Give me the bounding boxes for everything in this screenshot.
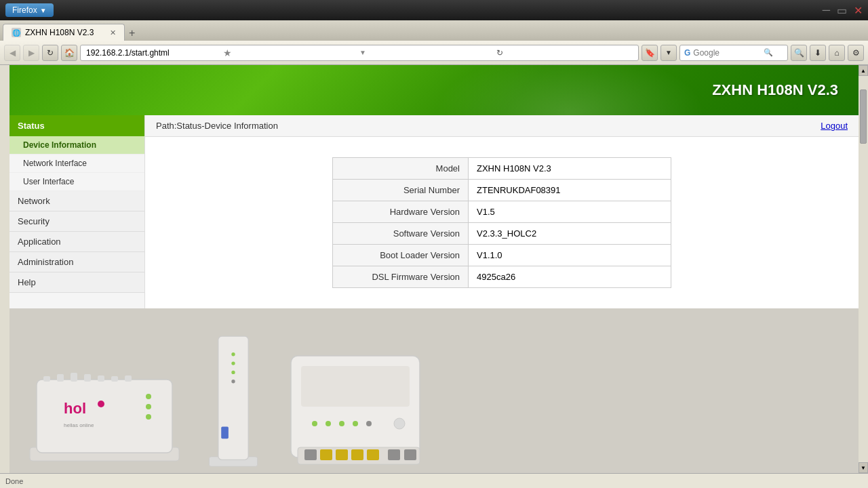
bookmark-dropdown-icon[interactable]: ▼ <box>660 45 677 61</box>
status-bar: Done <box>0 473 868 488</box>
tab-favicon: 🌐 <box>12 28 21 37</box>
svg-rect-25 <box>320 449 332 460</box>
bookmark-menu-button[interactable]: 🔖 <box>642 45 658 61</box>
tab-close-button[interactable]: ✕ <box>110 28 116 37</box>
bookmark-star-icon[interactable]: ★ <box>221 47 360 58</box>
table-cell-value: 4925ca26 <box>469 266 671 288</box>
sidebar-item-device-information[interactable]: Device Information <box>9 136 144 155</box>
svg-rect-6 <box>57 374 64 382</box>
svg-rect-8 <box>84 374 91 382</box>
router-image-3 <box>281 342 430 473</box>
sidebar-category-administration[interactable]: Administration <box>9 252 144 272</box>
sidebar-category-security[interactable]: Security <box>9 211 144 232</box>
router-image-2 <box>206 315 260 473</box>
reload-button[interactable]: ↻ <box>42 45 58 61</box>
category-label: Network <box>18 196 50 206</box>
category-label: Security <box>18 216 50 226</box>
table-row: DSL Firmware Version 4925ca26 <box>333 266 671 288</box>
maximize-icon[interactable]: ▭ <box>837 4 847 17</box>
scroll-left <box>0 65 9 473</box>
svg-point-19 <box>231 362 235 365</box>
settings-icon[interactable]: ⚙ <box>848 45 864 61</box>
svg-rect-30 <box>404 449 416 460</box>
svg-rect-26 <box>336 449 348 460</box>
svg-rect-9 <box>98 375 104 382</box>
scroll-down-button[interactable]: ▼ <box>859 462 868 473</box>
header-title: ZXHN H108N V2.3 <box>712 81 838 99</box>
address-refresh-icon[interactable]: ↻ <box>494 48 633 58</box>
page-body: Status Device Information Network Interf… <box>9 115 859 308</box>
sidebar-category-application[interactable]: Application <box>9 232 144 252</box>
svg-rect-27 <box>351 449 363 460</box>
svg-point-33 <box>326 421 331 426</box>
svg-point-35 <box>353 421 358 426</box>
forward-button[interactable]: ▶ <box>23 45 39 61</box>
logout-link[interactable]: Logout <box>821 121 848 131</box>
svg-text:hellas online: hellas online <box>64 422 94 428</box>
table-cell-value: V2.3.3_HOLC2 <box>469 223 671 245</box>
search-engine-icon: G <box>684 48 690 58</box>
svg-rect-5 <box>43 376 50 382</box>
dropdown-arrow-icon[interactable]: ▼ <box>359 49 494 56</box>
category-label: Help <box>18 277 36 287</box>
home-nav-icon[interactable]: ⌂ <box>829 45 845 61</box>
close-icon[interactable]: ✕ <box>854 4 863 17</box>
router-image-1: hol hellas online <box>23 342 186 473</box>
search-bar[interactable]: G 🔍 <box>679 45 788 61</box>
svg-point-34 <box>339 421 344 426</box>
new-tab-button[interactable]: + <box>125 27 139 39</box>
firefox-button[interactable]: Firefox ▼ <box>5 3 54 17</box>
category-label: Application <box>18 237 61 247</box>
sidebar: Status Device Information Network Interf… <box>9 115 145 308</box>
main-area: ZXHN H108N V2.3 Status Device Informatio… <box>9 65 859 473</box>
breadcrumb: Path:Status-Device Information <box>156 121 278 131</box>
svg-rect-29 <box>388 449 400 460</box>
downloads-icon[interactable]: ⬇ <box>810 45 826 61</box>
tab-bar: 🌐 ZXHN H108N V2.3 ✕ + <box>0 20 868 41</box>
active-tab[interactable]: 🌐 ZXHN H108N V2.3 ✕ <box>3 24 125 41</box>
sidebar-category-help[interactable]: Help <box>9 272 144 293</box>
svg-point-14 <box>146 414 151 420</box>
router-page: ZXHN H108N V2.3 Status Device Informatio… <box>9 65 859 473</box>
svg-point-18 <box>231 353 235 357</box>
scroll-track <box>859 157 868 462</box>
category-label: Administration <box>18 257 73 267</box>
table-cell-label: Hardware Version <box>333 201 469 223</box>
minimize-icon[interactable]: ─ <box>823 4 830 16</box>
device-info-table: Model ZXHN H108N V2.3 Serial Number ZTEN… <box>332 157 671 288</box>
device-info-section: Model ZXHN H108N V2.3 Serial Number ZTEN… <box>145 137 859 308</box>
router-images: hol hellas online <box>9 308 859 473</box>
svg-rect-11 <box>125 375 132 382</box>
svg-text:hol: hol <box>64 400 86 417</box>
address-bar[interactable]: 192.168.2.1/start.ghtml ★ ▼ ↻ <box>80 45 639 61</box>
content-area: Path:Status-Device Information Logout Mo… <box>145 115 859 308</box>
svg-point-37 <box>394 418 405 429</box>
sidebar-item-user-interface[interactable]: User Interface <box>9 173 144 191</box>
svg-rect-1 <box>37 380 172 453</box>
scroll-thumb[interactable] <box>860 89 867 144</box>
sidebar-status-header[interactable]: Status <box>9 115 144 136</box>
firefox-arrow-icon: ▼ <box>40 7 47 14</box>
content-header: Path:Status-Device Information Logout <box>145 115 859 137</box>
home-button[interactable]: 🏠 <box>61 45 77 61</box>
svg-point-13 <box>146 404 151 409</box>
table-cell-value: ZXHN H108N V2.3 <box>469 158 671 180</box>
search-input[interactable] <box>693 48 761 58</box>
svg-point-12 <box>146 394 151 399</box>
table-cell-label: Serial Number <box>333 180 469 201</box>
search-icon-btn[interactable]: 🔍 <box>791 45 807 61</box>
svg-rect-7 <box>71 373 77 382</box>
sidebar-category-network[interactable]: Network <box>9 191 144 211</box>
address-text: 192.168.2.1/start.ghtml <box>86 48 221 58</box>
search-icon[interactable]: 🔍 <box>764 48 773 57</box>
sidebar-item-label: Network Interface <box>23 159 87 168</box>
table-cell-label: Model <box>333 158 469 180</box>
table-row: Software Version V2.3.3_HOLC2 <box>333 223 671 245</box>
scroll-up-button[interactable]: ▲ <box>859 65 868 76</box>
scrollbar-right[interactable]: ▲ ▼ <box>859 65 868 473</box>
svg-point-20 <box>231 371 235 374</box>
sidebar-item-label: Device Information <box>23 140 96 150</box>
header-banner: ZXHN H108N V2.3 <box>9 65 859 115</box>
sidebar-item-network-interface[interactable]: Network Interface <box>9 155 144 173</box>
back-button[interactable]: ◀ <box>4 45 20 61</box>
